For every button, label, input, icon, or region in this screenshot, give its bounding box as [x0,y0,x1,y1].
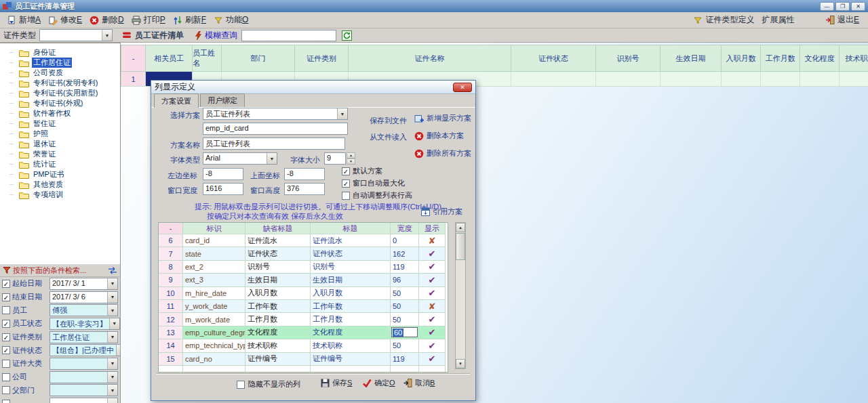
delete-this-plan-button[interactable]: 删除本方案 [414,131,464,141]
filter-checkbox[interactable] [2,306,10,314]
plan-name-field[interactable]: 员工证件列表 [203,137,345,150]
grid-row[interactable]: 10m_hire_date入职月数入职月数50✔ [159,287,448,300]
chevron-down-icon[interactable]: ▼ [107,332,117,343]
apply-plan-button[interactable]: 引用方案 [421,207,462,217]
grid-cell[interactable]: ✔ [419,353,446,366]
grid-cell[interactable]: ✔ [419,274,446,287]
grid-cell[interactable]: ✘ [419,300,446,313]
chevron-down-icon[interactable]: ▼ [107,358,117,369]
column-header-入职月数[interactable]: 入职月数 [722,45,761,72]
table-cell[interactable] [596,72,660,87]
filter-combo[interactable]: 工作居住证▼ [50,331,118,343]
grid-cell[interactable]: 14 [159,339,183,352]
grid-cell[interactable]: 工作月数 [245,313,311,326]
chevron-down-icon[interactable]: ▼ [107,398,117,403]
grid-cell[interactable]: 生效日期 [311,274,391,287]
sidebar-item-PMP证书[interactable]: ┄PMP证书 [0,169,120,179]
function-button[interactable]: 功能O [211,13,253,27]
font-size-field[interactable]: 9 [324,152,346,165]
grid-cell[interactable]: emp_culture_degr [183,326,245,339]
grid-cell[interactable]: 工作年数 [245,300,311,313]
print-button[interactable]: 打印P [129,13,170,27]
sidebar-item-公司资质[interactable]: ┄公司资质 [0,68,120,78]
grid-cell[interactable]: 60 [391,326,419,339]
dialog-close-button[interactable]: ✕ [453,83,472,92]
grid-cell[interactable]: emp_technical_typ [183,339,245,352]
sidebar-item-专利证书(实用新型)[interactable]: ┄专利证书(实用新型) [0,88,120,98]
column-header-证件状态[interactable]: 证件状态 [511,45,596,72]
grid-row[interactable]: 12m_work_date工作月数工作月数50✔ [159,313,448,326]
grid-cell[interactable]: m_work_date [183,313,245,326]
grid-cell[interactable]: 识别号 [245,261,311,274]
scroll-down-icon[interactable]: ▼ [456,359,465,368]
grid-cell[interactable]: m_hire_date [183,287,245,300]
grid-cell[interactable]: 11 [159,300,183,313]
chevron-down-icon[interactable]: ▼ [107,385,117,396]
grid-cell[interactable]: 识别号 [311,261,391,274]
dialog-checkbox-自动调整列表行高[interactable]: 自动调整列表行高 [342,190,412,200]
grid-header-标识[interactable]: 标识 [183,223,245,234]
grid-row[interactable]: 13emp_culture_degr文化程度文化程度60✔ [159,326,448,339]
grid-cell[interactable]: ✔ [419,326,446,339]
column-header--[interactable]: - [121,45,146,72]
tab-user-binding[interactable]: 用户绑定 [200,93,245,107]
chevron-down-icon[interactable]: ▼ [107,292,117,303]
grid-cell[interactable]: 工作年数 [311,300,391,313]
sidebar-item-专利证书(发明专利)[interactable]: ┄专利证书(发明专利) [0,78,120,88]
filter-combo[interactable]: 2017/ 3/ 1▼ [50,278,118,290]
hide-columns-checkbox[interactable]: 隐藏不显示的列 [237,379,300,389]
grid-scrollbar[interactable]: ▲ ▼ [455,222,466,369]
grid-cell[interactable]: 50 [391,313,419,326]
sidebar-item-软件著作权[interactable]: ┄软件著作权 [0,108,120,119]
scroll-up-icon[interactable]: ▲ [456,223,465,232]
grid-cell[interactable]: 9 [159,274,183,287]
cert-type-combo[interactable]: ▼ [39,29,113,41]
grid-header-缺省标题[interactable]: 缺省标题 [245,223,311,234]
chevron-down-icon[interactable]: ▼ [116,345,121,356]
filter-checkbox[interactable]: ✓ [2,320,10,328]
filter-combo[interactable]: ▼ [50,358,118,370]
sidebar-item-护照[interactable]: ┄护照 [0,129,120,139]
grid-cell[interactable]: ext_2 [183,261,245,274]
grid-cell[interactable]: state [183,247,245,260]
grid-row[interactable]: 14emp_technical_typ技术职称技术职称50✔ [159,339,448,352]
grid-header-标题[interactable]: 标题 [311,223,391,234]
dialog-checkbox-窗口自动最大化[interactable]: ✓窗口自动最大化 [342,178,405,188]
column-header-证件名称[interactable]: 证件名称 [349,45,511,72]
chevron-down-icon[interactable]: ▼ [102,30,112,41]
grid-cell[interactable]: 证件编号 [245,353,311,366]
grid-cell[interactable]: 7 [159,247,183,260]
tab-plan-settings[interactable]: 方案设置 [154,93,199,108]
filter-combo[interactable]: ▼ [50,384,118,396]
read-from-file-link[interactable]: 从文件读入 [370,132,407,142]
chevron-down-icon[interactable]: ▼ [337,108,347,119]
column-header-相关员工[interactable]: 相关员工 [146,45,193,72]
grid-row[interactable]: 7state证件状态证件状态162✔ [159,247,448,260]
chevron-down-icon[interactable]: ▼ [267,153,277,164]
maximize-button[interactable]: ❐ [835,2,850,11]
edit-button[interactable]: 修改E [45,13,87,27]
grid-cell[interactable]: ext_3 [183,274,245,287]
select-plan-combo[interactable]: 员工证件列表▼ [203,108,348,120]
grid-row[interactable]: 8ext_2识别号识别号119✔ [159,261,448,274]
grid-cell[interactable]: ✔ [419,313,446,326]
grid-cell[interactable]: 96 [391,274,419,287]
search-input[interactable] [241,30,336,41]
sidebar-item-统计证[interactable]: ┄统计证 [0,159,120,169]
font-type-combo[interactable]: Arial▼ [203,152,277,165]
table-cell[interactable] [660,72,722,87]
filter-combo[interactable]: 【在职-非实习】▼ [50,318,120,330]
ext-attr-button[interactable]: 扩展属性 [759,13,799,27]
sidebar-item-身份证[interactable]: ┄身份证 [0,47,120,58]
column-header-识别号[interactable]: 识别号 [596,45,660,72]
grid-header-宽度[interactable]: 宽度 [391,223,419,234]
swap-icon[interactable] [108,267,117,274]
table-cell[interactable] [511,72,596,87]
filter-checkbox[interactable] [2,386,10,394]
window-width-field[interactable]: 1616 [203,183,243,195]
cert-type-def-button[interactable]: 证件类型定义 [690,13,759,27]
grid-cell[interactable]: 证件流水 [311,234,391,247]
new-display-plan-button[interactable]: 新增显示方案 [414,113,471,123]
grid-cell[interactable]: 0 [391,234,419,247]
grid-cell[interactable]: ✔ [419,247,446,260]
